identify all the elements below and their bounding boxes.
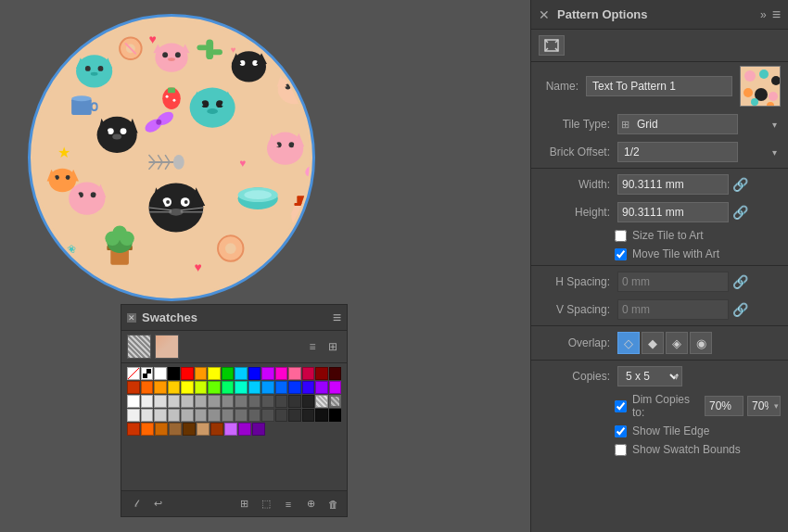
swatch-cell[interactable] — [275, 381, 288, 394]
swatch-cell-reg[interactable] — [141, 367, 154, 380]
swatch-cell[interactable] — [141, 395, 154, 408]
height-lock-icon[interactable]: 🔗 — [732, 205, 748, 220]
swatch-cell[interactable] — [195, 381, 208, 394]
swatch-cell[interactable] — [288, 381, 301, 394]
swatch-cell-pattern2[interactable] — [329, 395, 342, 408]
swatch-cell[interactable] — [302, 409, 315, 422]
swatch-cell[interactable] — [169, 423, 182, 436]
pattern-panel-expand-button[interactable]: » — [760, 8, 767, 21]
swatch-cell[interactable] — [168, 409, 181, 422]
swatches-menu-button[interactable]: ≡ — [333, 310, 341, 326]
swatch-cell[interactable] — [288, 409, 301, 422]
v-spacing-input[interactable] — [617, 299, 729, 320]
swatch-cell[interactable] — [197, 423, 210, 436]
swatch-cell-purple[interactable] — [261, 367, 274, 380]
brick-offset-select[interactable]: 1/2 1/3 1/4 — [617, 142, 738, 162]
swatch-cell[interactable] — [222, 381, 235, 394]
dim-copies-input[interactable] — [705, 396, 744, 416]
swatch-cell-darkred[interactable] — [315, 367, 328, 380]
swatch-cell-orange[interactable] — [195, 367, 208, 380]
swatch-cell[interactable] — [275, 395, 288, 408]
overlap-button-4[interactable]: ◉ — [690, 332, 712, 354]
swatch-cell[interactable] — [127, 423, 140, 436]
tile-type-select[interactable]: Grid Brick by Row Brick by Column Hex by… — [617, 114, 738, 134]
swatch-cell[interactable] — [195, 409, 208, 422]
swatch-cell[interactable] — [261, 395, 274, 408]
swatch-cell[interactable] — [141, 423, 154, 436]
pattern-name-input[interactable] — [586, 76, 732, 96]
pattern-panel-close-button[interactable]: ✕ — [539, 7, 550, 22]
swatch-cell[interactable] — [275, 409, 288, 422]
size-tile-checkbox[interactable] — [615, 230, 627, 242]
swatch-cell[interactable] — [302, 395, 315, 408]
swatch-cell[interactable] — [141, 381, 154, 394]
swatch-cell[interactable] — [235, 409, 248, 422]
fit-to-window-button[interactable] — [539, 35, 565, 56]
swatch-cell[interactable] — [315, 409, 328, 422]
swatches-grid-view-button[interactable]: ⊞ — [324, 338, 341, 355]
swatch-cell-yellow[interactable] — [208, 367, 221, 380]
swatch-cell[interactable] — [210, 423, 223, 436]
overlap-button-3[interactable]: ◈ — [666, 332, 688, 354]
swatch-cell[interactable] — [154, 395, 167, 408]
swatch-cell[interactable] — [141, 409, 154, 422]
swatch-cell[interactable] — [154, 381, 167, 394]
swatch-cell-red[interactable] — [181, 367, 194, 380]
swatch-cell[interactable] — [238, 423, 251, 436]
swatch-cell[interactable] — [248, 381, 261, 394]
h-spacing-input[interactable] — [617, 272, 729, 292]
new-color-group-button[interactable]: ⊞ — [235, 496, 252, 513]
swatch-cell-green[interactable] — [222, 367, 235, 380]
overlap-button-1[interactable]: ◇ — [617, 332, 640, 354]
new-swatch-button[interactable]: ⬚ — [258, 496, 274, 513]
swatch-cell[interactable] — [248, 409, 261, 422]
swatch-cell-black[interactable] — [168, 367, 181, 380]
swatch-cell[interactable] — [252, 423, 265, 436]
swatch-cell[interactable] — [208, 381, 221, 394]
show-tile-edge-checkbox[interactable] — [615, 425, 627, 437]
swatch-cell[interactable] — [168, 381, 181, 394]
swatch-cell-white[interactable] — [154, 367, 167, 380]
swatch-cell[interactable] — [288, 395, 301, 408]
swatch-cell[interactable] — [248, 395, 261, 408]
swatch-cell[interactable] — [181, 409, 194, 422]
swatch-cell-pattern[interactable] — [315, 395, 328, 408]
swatches-libraries-button[interactable]: 𝓁 — [127, 496, 144, 513]
height-input[interactable] — [617, 202, 729, 222]
swatch-cell[interactable] — [183, 423, 196, 436]
swatch-cell[interactable] — [155, 423, 168, 436]
swatch-cell[interactable] — [208, 409, 221, 422]
swatch-cell-crimson[interactable] — [302, 367, 315, 380]
swatches-close-button[interactable]: ✕ — [127, 313, 136, 323]
overlap-button-2[interactable]: ◆ — [642, 332, 664, 354]
swatch-cell[interactable] — [222, 409, 235, 422]
current-swatch-thumb[interactable] — [155, 335, 179, 359]
swatch-cell[interactable] — [261, 409, 274, 422]
show-swatch-bounds-checkbox[interactable] — [615, 444, 627, 456]
swatch-cell[interactable] — [329, 381, 342, 394]
swatch-cell[interactable] — [168, 395, 181, 408]
h-spacing-lock-icon[interactable]: 🔗 — [732, 274, 748, 289]
move-tile-checkbox[interactable] — [615, 248, 627, 260]
swatch-cell-maroon[interactable] — [329, 367, 342, 380]
width-lock-icon[interactable]: 🔗 — [732, 177, 748, 192]
swatch-options-button[interactable]: ≡ — [280, 496, 297, 513]
dim-copies-select[interactable]: 50% 70% 90% — [747, 396, 781, 416]
v-spacing-lock-icon[interactable]: 🔗 — [732, 302, 748, 317]
swatch-cell[interactable] — [329, 409, 342, 422]
swatch-cell[interactable] — [222, 395, 235, 408]
swatch-cell[interactable] — [208, 395, 221, 408]
swatch-cell-blue[interactable] — [248, 367, 261, 380]
pattern-panel-menu-button[interactable]: ≡ — [772, 6, 781, 23]
swatches-list-view-button[interactable]: ≡ — [304, 338, 321, 355]
swatch-cell[interactable] — [181, 381, 194, 394]
swatch-cell-magenta[interactable] — [275, 367, 288, 380]
dim-copies-checkbox[interactable] — [615, 400, 627, 412]
swatch-cell[interactable] — [181, 395, 194, 408]
swatch-cell[interactable] — [261, 381, 274, 394]
pattern-swatch-thumb[interactable] — [127, 335, 151, 359]
swatch-cell[interactable] — [224, 423, 237, 436]
width-input[interactable] — [617, 174, 729, 195]
swatch-cell[interactable] — [235, 395, 248, 408]
swatch-cell-pink[interactable] — [288, 367, 301, 380]
